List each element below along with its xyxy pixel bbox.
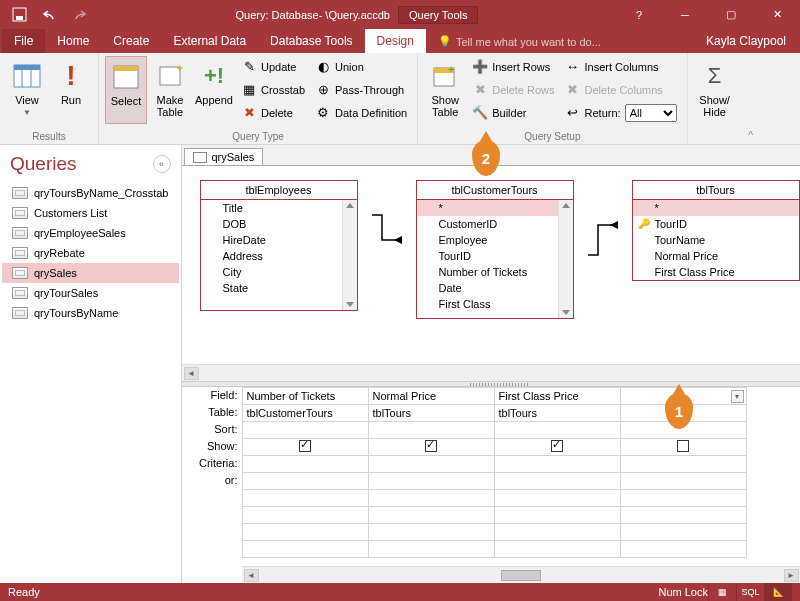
- maximize-icon[interactable]: ▢: [708, 0, 754, 29]
- design-view-icon[interactable]: 📐: [764, 583, 792, 601]
- grid-cell[interactable]: [242, 439, 368, 456]
- grid-cell[interactable]: Normal Price: [368, 388, 494, 405]
- showtable-button[interactable]: +Show Table: [424, 56, 466, 124]
- delete-button[interactable]: ✖Delete: [237, 102, 309, 123]
- datadef-button[interactable]: ⚙Data Definition: [311, 102, 411, 123]
- nav-item-customers list[interactable]: Customers List: [2, 203, 179, 223]
- field[interactable]: Title: [201, 200, 357, 216]
- field[interactable]: TourName: [633, 232, 799, 248]
- nav-item-qrytoursales[interactable]: qryTourSales: [2, 283, 179, 303]
- grid-cell[interactable]: [242, 541, 368, 558]
- grid-cell[interactable]: [368, 490, 494, 507]
- tab-create[interactable]: Create: [101, 29, 161, 53]
- grid-cell[interactable]: [494, 456, 620, 473]
- field[interactable]: City: [201, 264, 357, 280]
- grid-cell[interactable]: [368, 541, 494, 558]
- grid-cell[interactable]: First Class Price: [494, 388, 620, 405]
- grid-cell[interactable]: [620, 456, 746, 473]
- grid-cell[interactable]: [368, 507, 494, 524]
- field[interactable]: Normal Price: [633, 248, 799, 264]
- grid-cell[interactable]: [242, 507, 368, 524]
- grid-cell[interactable]: [494, 490, 620, 507]
- passthrough-button[interactable]: ⊕Pass-Through: [311, 79, 411, 100]
- append-button[interactable]: +!Append: [193, 56, 235, 124]
- union-button[interactable]: ◐Union: [311, 56, 411, 77]
- relationships-pane[interactable]: tblEmployees TitleDOBHireDateAddressCity…: [182, 166, 801, 364]
- user-name[interactable]: Kayla Claypool: [692, 29, 800, 53]
- grid-cell[interactable]: [620, 439, 746, 456]
- field[interactable]: *: [417, 200, 573, 216]
- tab-external[interactable]: External Data: [161, 29, 258, 53]
- h-scroll-upper[interactable]: ◄►: [182, 364, 801, 381]
- crosstab-button[interactable]: ▦Crosstab: [237, 79, 309, 100]
- tab-file[interactable]: File: [2, 29, 45, 53]
- grid-cell[interactable]: [494, 524, 620, 541]
- scrollbar[interactable]: [558, 200, 573, 318]
- show-checkbox[interactable]: [425, 440, 437, 452]
- show-checkbox[interactable]: [677, 440, 689, 452]
- sql-view-icon[interactable]: SQL: [736, 583, 764, 601]
- deleterows-button[interactable]: ✖Delete Rows: [468, 79, 558, 100]
- h-scroll-grid[interactable]: ◄►: [242, 566, 801, 583]
- grid-cell[interactable]: [368, 439, 494, 456]
- nav-item-qrytoursbyname_crosstab[interactable]: qryToursByName_Crosstab: [2, 183, 179, 203]
- grid-cell[interactable]: [620, 473, 746, 490]
- field[interactable]: Employee: [417, 232, 573, 248]
- grid-cell[interactable]: [242, 490, 368, 507]
- field[interactable]: TourID🔑: [633, 216, 799, 232]
- insertcols-button[interactable]: ↔Insert Columns: [561, 56, 681, 77]
- nav-collapse-icon[interactable]: «: [153, 155, 171, 173]
- field[interactable]: CustomerID: [417, 216, 573, 232]
- field[interactable]: HireDate: [201, 232, 357, 248]
- close-icon[interactable]: ✕: [754, 0, 800, 29]
- showhide-button[interactable]: ΣShow/ Hide: [694, 56, 736, 124]
- deletecols-button[interactable]: ✖Delete Columns: [561, 79, 681, 100]
- grid-cell[interactable]: [494, 541, 620, 558]
- tab-home[interactable]: Home: [45, 29, 101, 53]
- nav-item-qrysales[interactable]: qrySales: [2, 263, 179, 283]
- view-button[interactable]: View▼: [6, 56, 48, 124]
- grid-cell[interactable]: [494, 507, 620, 524]
- field[interactable]: Number of Tickets: [417, 264, 573, 280]
- grid-cell[interactable]: [494, 422, 620, 439]
- grid-cell[interactable]: [242, 422, 368, 439]
- table-customertours[interactable]: tblCustomerTours *CustomerIDEmployeeTour…: [416, 180, 574, 319]
- scrollbar[interactable]: [342, 200, 357, 310]
- grid-cell[interactable]: [368, 422, 494, 439]
- tellme[interactable]: 💡Tell me what you want to do...: [426, 30, 613, 53]
- grid-cell[interactable]: [242, 473, 368, 490]
- maketable-button[interactable]: ✦Make Table: [149, 56, 191, 124]
- dropdown-icon[interactable]: ▾: [731, 390, 744, 403]
- grid-cell[interactable]: [242, 456, 368, 473]
- undo-icon[interactable]: [38, 4, 60, 26]
- grid-cell[interactable]: [620, 490, 746, 507]
- show-checkbox[interactable]: [551, 440, 563, 452]
- table-employees[interactable]: tblEmployees TitleDOBHireDateAddressCity…: [200, 180, 358, 311]
- minimize-icon[interactable]: ─: [662, 0, 708, 29]
- update-button[interactable]: ✎Update: [237, 56, 309, 77]
- run-button[interactable]: !Run: [50, 56, 92, 124]
- tab-dbtools[interactable]: Database Tools: [258, 29, 365, 53]
- redo-icon[interactable]: [68, 4, 90, 26]
- grid-cell[interactable]: [368, 524, 494, 541]
- grid-cell[interactable]: [494, 439, 620, 456]
- nav-title[interactable]: Queries: [10, 153, 153, 175]
- grid-cell[interactable]: [620, 541, 746, 558]
- field[interactable]: Date: [417, 280, 573, 296]
- grid-cell[interactable]: tblCustomerTours: [242, 405, 368, 422]
- collapse-ribbon-icon[interactable]: ^: [742, 53, 760, 144]
- grid-cell[interactable]: tblTours: [494, 405, 620, 422]
- field[interactable]: TourID: [417, 248, 573, 264]
- return-select[interactable]: All: [625, 104, 677, 122]
- field[interactable]: *: [633, 200, 799, 216]
- field[interactable]: DOB: [201, 216, 357, 232]
- doc-tab-qrysales[interactable]: qrySales: [184, 148, 264, 165]
- select-button[interactable]: Select: [105, 56, 147, 124]
- grid-cell[interactable]: tblTours: [368, 405, 494, 422]
- datasheet-view-icon[interactable]: ▦: [708, 583, 736, 601]
- tab-design[interactable]: Design: [365, 29, 426, 53]
- field[interactable]: State: [201, 280, 357, 296]
- grid-cell[interactable]: [368, 456, 494, 473]
- help-icon[interactable]: ?: [616, 0, 662, 29]
- nav-item-qrytoursbyname[interactable]: qryToursByName: [2, 303, 179, 323]
